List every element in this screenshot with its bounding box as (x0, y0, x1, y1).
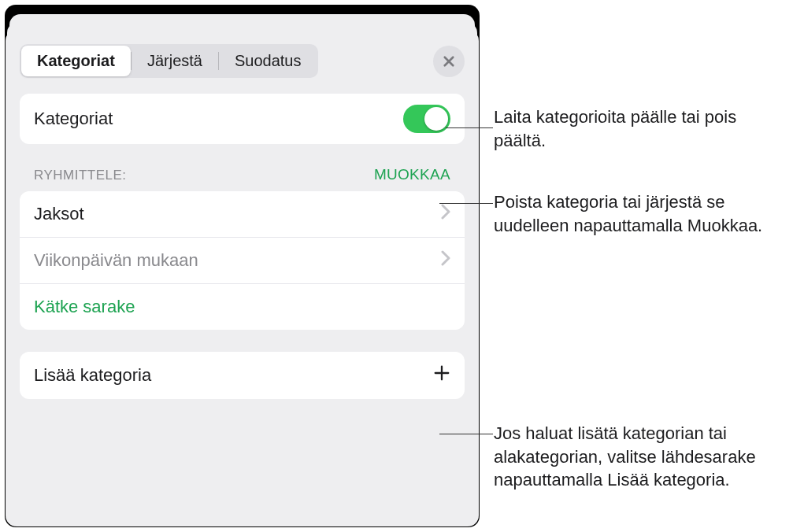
close-button[interactable] (433, 46, 465, 77)
group-by-label: RYHMITTELE: (34, 168, 127, 183)
panel-wrapper: Kategoriat Järjestä Suodatus Kategoriat (5, 5, 480, 527)
group-by-list: Jaksot Viikonpäivän mukaan (20, 191, 465, 330)
callout-toggle: Laita kategorioita päälle tai pois päält… (494, 105, 777, 152)
categories-toggle-card: Kategoriat (20, 94, 465, 144)
callout-add: Jos haluat lisätä kategorian tai alakate… (494, 422, 793, 492)
panel-header: Kategoriat Järjestä Suodatus (20, 44, 465, 78)
toggle-knob (424, 107, 448, 131)
tab-filter[interactable]: Suodatus (219, 46, 317, 76)
add-category-button[interactable]: Lisää kategoria (20, 352, 465, 399)
add-category-label: Lisää kategoria (34, 365, 151, 386)
chevron-right-icon (441, 204, 450, 224)
categories-toggle-row: Kategoriat (20, 94, 465, 144)
categories-toggle[interactable] (403, 105, 450, 133)
list-row-suffix: mukaan (132, 250, 198, 270)
callout-edit: Poista kategoria tai järjestä se uudelle… (494, 190, 777, 237)
categories-toggle-label: Kategoriat (34, 109, 113, 129)
group-by-header: RYHMITTELE: MUOKKAA (20, 144, 465, 191)
hide-column-label: Kätke sarake (34, 297, 135, 317)
categories-panel: Kategoriat Järjestä Suodatus Kategoriat (6, 30, 479, 526)
plus-icon (433, 364, 450, 386)
callout-line (439, 203, 493, 204)
add-category-card: Lisää kategoria (20, 352, 465, 399)
callout-line (439, 434, 493, 434)
close-icon (442, 54, 456, 68)
tab-categories[interactable]: Kategoriat (21, 46, 131, 76)
group-row-viikonpaiva[interactable]: Viikonpäivän mukaan (20, 238, 465, 284)
chevron-right-icon (441, 250, 450, 271)
tab-sort[interactable]: Järjestä (132, 46, 218, 76)
callout-line (446, 127, 493, 128)
group-row-jaksot[interactable]: Jaksot (20, 191, 465, 238)
hide-column-button[interactable]: Kätke sarake (20, 284, 465, 330)
list-row-label: Jaksot (34, 204, 84, 224)
edit-button[interactable]: MUOKKAA (374, 166, 450, 183)
segmented-control: Kategoriat Järjestä Suodatus (20, 44, 318, 78)
list-row-label: Viikonpäivän (34, 250, 132, 270)
